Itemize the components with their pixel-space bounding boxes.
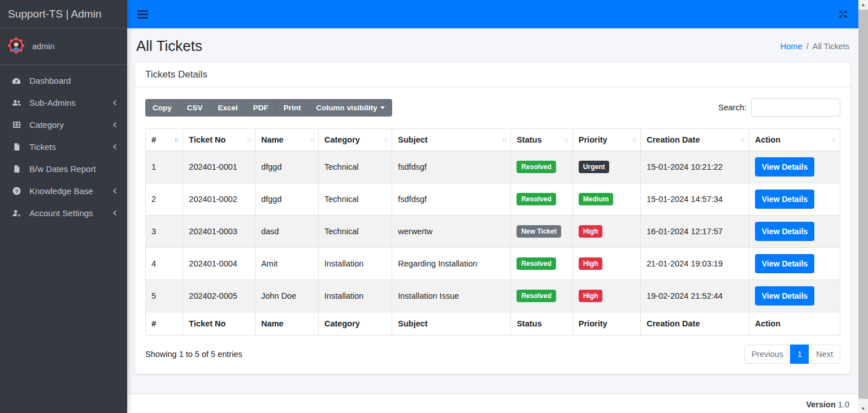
footer-column-ticket-no: Ticket No — [183, 312, 255, 335]
sort-icon: ↑↓ — [383, 136, 387, 143]
cell-ticket-no: 202401-0004 — [183, 248, 255, 280]
entries-info: Showing 1 to 5 of 5 entries — [145, 350, 242, 359]
view-details-button[interactable]: View Details — [755, 286, 814, 306]
column-header-ticket-no[interactable]: Ticket No↑↓ — [183, 129, 255, 151]
pagination-previous[interactable]: Previous — [744, 345, 791, 364]
cell-ticket-no: 202401-0002 — [183, 183, 255, 216]
svg-text:?: ? — [15, 188, 18, 194]
table-row: 4202401-0004AmitInstallationRegarding In… — [146, 248, 840, 280]
sidebar-item-label: Dashboard — [29, 76, 119, 85]
view-details-button[interactable]: View Details — [755, 254, 814, 273]
status-badge: New Ticket — [517, 225, 561, 238]
cell-num: 5 — [146, 280, 183, 312]
status-cell: Resolved — [511, 280, 572, 312]
cell-name: John Doe — [255, 280, 319, 312]
window-scrollbar[interactable]: ▲ ▼ — [858, 0, 868, 413]
chevron-left-icon — [111, 121, 119, 129]
export-button-group: CopyCSVExcelPDFPrintColumn visibility — [145, 99, 392, 117]
priority-badge: Medium — [579, 193, 613, 205]
status-cell: Resolved — [511, 183, 572, 216]
cell-category: Technical — [319, 216, 392, 248]
csv-button[interactable]: CSV — [179, 99, 210, 117]
pdf-button[interactable]: PDF — [245, 99, 276, 117]
priority-badge: Urgent — [579, 161, 610, 173]
column-header-status[interactable]: Status↑↓ — [511, 129, 572, 151]
content-header: All Tickets Home / All Tickets — [127, 28, 858, 63]
fullscreen-icon[interactable] — [838, 9, 848, 19]
column-header--[interactable]: #↑↓ — [146, 129, 183, 151]
column-visibility-button[interactable]: Column visibility — [309, 99, 392, 117]
user-panel: admin — [0, 28, 127, 65]
scrollbar-thumb[interactable] — [858, 10, 868, 399]
column-header-name[interactable]: Name↑↓ — [255, 129, 319, 151]
sort-icon: ↑↓ — [310, 136, 314, 143]
action-cell: View Details — [749, 183, 840, 216]
question-circle-icon: ? — [10, 186, 23, 197]
cell-creation-date: 15-01-2024 14:57:34 — [641, 183, 749, 216]
column-header-label: Category — [324, 135, 360, 144]
excel-button[interactable]: Excel — [210, 99, 245, 117]
cell-subject: werwertw — [392, 216, 511, 248]
cell-num: 4 — [146, 248, 183, 280]
sidebar-item-tickets[interactable]: Tickets — [5, 136, 123, 158]
column-header-creation-date[interactable]: Creation Date↑↓ — [641, 129, 749, 151]
cell-subject: Regarding Installation — [392, 248, 511, 280]
sidebar-item-label: Account Settings — [29, 208, 111, 218]
column-header-category[interactable]: Category↑↓ — [319, 129, 392, 151]
footer-column-name: Name — [255, 312, 319, 335]
priority-badge: High — [579, 290, 603, 302]
pagination-next[interactable]: Next — [809, 345, 840, 364]
copy-button[interactable]: Copy — [145, 99, 179, 117]
footer-column-action: Action — [749, 312, 840, 335]
priority-cell: High — [572, 216, 640, 248]
status-badge: Resolved — [517, 161, 555, 173]
cell-creation-date: 21-01-2024 19:03:19 — [641, 248, 749, 280]
sidebar-item-knowledge-base[interactable]: ?Knowledge Base — [5, 180, 123, 202]
sidebar-item-sub-admins[interactable]: Sub-Admins — [5, 92, 123, 114]
breadcrumb-current: All Tickets — [813, 42, 849, 51]
top-navbar — [127, 0, 858, 28]
view-details-button[interactable]: View Details — [755, 157, 814, 177]
column-header-priority[interactable]: Priority↑↓ — [572, 129, 640, 151]
app-window: Support-TS | Admin admin — [0, 0, 868, 413]
sidebar-item-category[interactable]: Category — [5, 114, 123, 136]
view-details-button[interactable]: View Details — [755, 222, 814, 241]
menu-toggle-icon[interactable] — [137, 8, 148, 20]
breadcrumb: Home / All Tickets — [780, 42, 849, 51]
dashboard-icon — [10, 75, 23, 87]
print-button[interactable]: Print — [276, 99, 309, 117]
cell-num: 1 — [146, 151, 183, 183]
sidebar-item-dashboard[interactable]: Dashboard — [5, 70, 123, 92]
sidebar-nav: DashboardSub-AdminsCategoryTicketsB/w Da… — [0, 65, 127, 229]
search-input[interactable] — [751, 98, 840, 117]
chevron-left-icon — [111, 143, 119, 151]
column-header-label: Creation Date — [646, 135, 700, 144]
cell-category: Technical — [319, 151, 392, 183]
column-header-subject[interactable]: Subject↑↓ — [392, 129, 511, 151]
card-title: Tickets Details — [135, 63, 850, 87]
footer-column-priority: Priority — [572, 312, 640, 335]
file-icon — [10, 141, 23, 153]
cell-ticket-no: 202401-0001 — [183, 151, 255, 183]
cell-name: dasd — [255, 216, 319, 248]
file-icon — [10, 164, 23, 175]
sidebar-item-account-settings[interactable]: Account Settings — [5, 202, 123, 224]
view-details-button[interactable]: View Details — [755, 190, 814, 209]
table-row: 5202402-0005John DoeInstallationInstalla… — [146, 280, 840, 312]
breadcrumb-home-link[interactable]: Home — [780, 42, 802, 51]
cell-category: Installation — [319, 280, 392, 312]
version-label: Version — [806, 400, 835, 409]
pagination-page-1[interactable]: 1 — [790, 345, 809, 364]
scrollbar-up-icon[interactable]: ▲ — [858, 0, 868, 9]
sidebar-item-label: Tickets — [29, 142, 111, 152]
status-cell: Resolved — [511, 151, 572, 183]
column-header-label: Ticket No — [189, 135, 225, 144]
brand-title[interactable]: Support-TS | Admin — [0, 0, 127, 28]
footer-column-category: Category — [319, 312, 392, 335]
sidebar-item-label: B/w Dates Report — [29, 164, 119, 174]
sidebar-item-b-w-dates-report[interactable]: B/w Dates Report — [5, 158, 123, 180]
column-header-action[interactable]: Action↑↓ — [749, 129, 840, 151]
scrollbar-down-icon[interactable]: ▼ — [858, 404, 868, 413]
user-name[interactable]: admin — [32, 42, 55, 51]
cell-ticket-no: 202401-0003 — [183, 216, 255, 248]
